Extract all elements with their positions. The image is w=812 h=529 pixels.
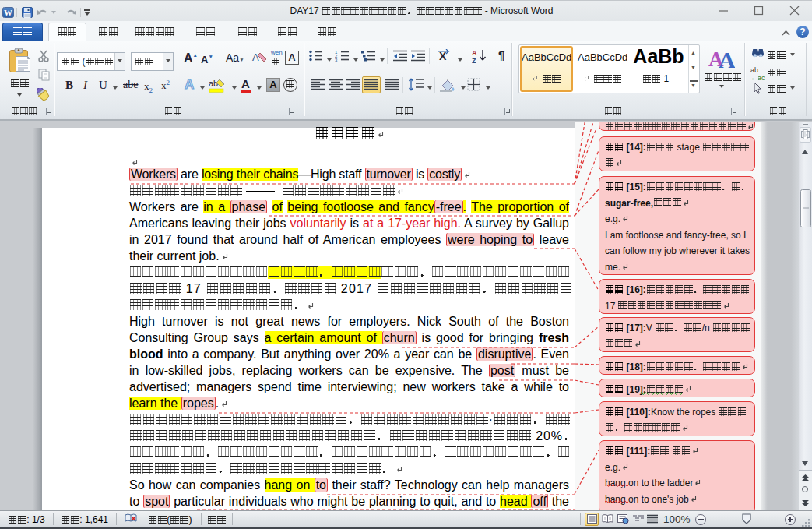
svg-text:Z: Z (472, 57, 476, 64)
svg-text:A: A (472, 49, 477, 57)
svg-text:A: A (252, 51, 259, 63)
svg-text:3: 3 (335, 58, 338, 62)
svg-text:A: A (719, 47, 735, 69)
